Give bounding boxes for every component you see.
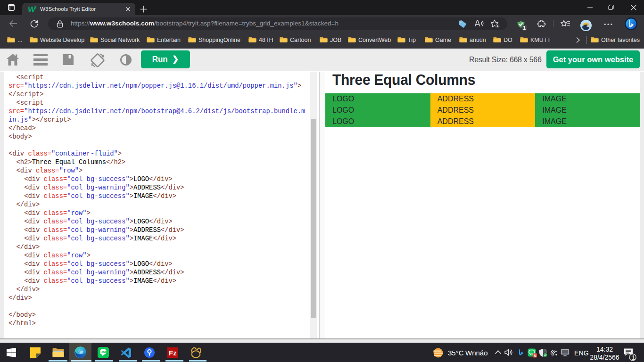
svg-text:1: 1 <box>632 354 635 361</box>
svg-text:Fz: Fz <box>169 349 177 357</box>
svg-text:N: N <box>534 354 537 358</box>
svg-text:LINE: LINE <box>100 351 107 354</box>
svg-text:3: 3 <box>34 5 37 9</box>
svg-text:1: 1 <box>523 25 526 31</box>
